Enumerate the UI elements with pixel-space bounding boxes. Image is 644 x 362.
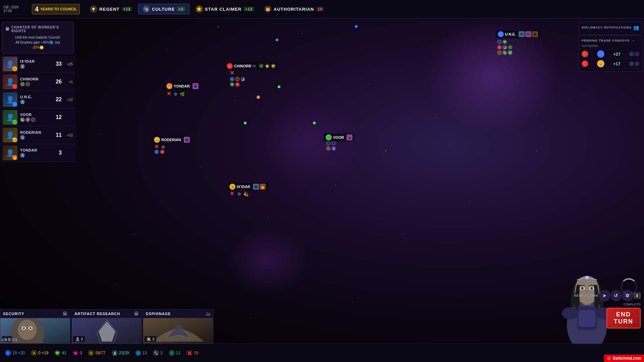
artifact-icon-small: 🔬 <box>75 337 80 341</box>
action-badge: 3 <box>634 293 641 299</box>
galaxy-background <box>0 0 644 362</box>
charter-title-text: CHARTER OF WORKER'S RIGHTS <box>11 25 70 33</box>
units-stat-icon: 🔧 <box>153 350 159 356</box>
espionage-badge: 🕵 3 <box>145 336 156 342</box>
star-blue-1[interactable] <box>276 39 278 41</box>
faction-icon-roderian: 🐱 <box>12 137 17 142</box>
units-stat-value: 2 <box>160 351 163 355</box>
star-claimer-icon: ⭐ <box>196 5 203 13</box>
star-green-1[interactable] <box>278 85 280 88</box>
svg-point-19 <box>30 327 32 329</box>
culture-label: CULTURE <box>152 7 175 12</box>
espionage-title: ESPIONAGE <box>146 312 206 316</box>
faction-icon-yondar: 🔥 <box>12 155 17 160</box>
stat-credits: 💲 11 <box>169 350 180 356</box>
trade-row-2[interactable]: 🔴 🐱 +17 · → <box>582 59 639 69</box>
stat-conflicts: ❌ 29 <box>186 350 198 356</box>
charter-body: Until the next Galactic Council: All Emp… <box>5 35 70 50</box>
trade-section: PENDING TRADE CONVOYS → OUTGOING: 🔴 🌐 +2… <box>579 36 642 72</box>
lb-delta-ixidar: +25 <box>63 62 73 66</box>
stat-culture: 🔵 15 +20 <box>5 350 25 356</box>
conflicts-stat-value: 29 <box>194 351 198 355</box>
industry-stat-icon: ☀ <box>31 350 37 356</box>
trade-row-1[interactable]: 🔴 🌐 +27 · · <box>582 49 639 59</box>
nav-culture[interactable]: 🎭 CULTURE +2 <box>138 4 190 14</box>
conflicts-stat-icon: ❌ <box>186 350 193 356</box>
star-orange-1[interactable] <box>257 96 260 99</box>
charter-icon: 🏛 <box>5 27 10 32</box>
avatar-une: 👤 🌐 <box>3 92 17 107</box>
credits-stat-value: 11 <box>176 351 180 355</box>
espionage-image: 🕵 3 <box>143 318 213 343</box>
influence-stat-icon: 💗 <box>72 350 78 356</box>
star-green-2[interactable] <box>244 122 247 124</box>
star-claimer-label: STAR CLAIMER <box>205 7 241 12</box>
nav-regent[interactable]: ⚜ REGENT +12 <box>86 4 136 14</box>
money-stat-icon: 💚 <box>54 350 60 356</box>
nav-star-claimer[interactable]: ⭐ STAR CLAIMER +12 <box>192 4 258 14</box>
lb-row-roderian[interactable]: 👤 🐱 RODERIAN 🔬 11 +12 <box>0 126 75 144</box>
bottom-bar: 🔵 15 +20 ☀ 0 +19 💚 41 💗 3 ⚙ 58/77 🔬 23/2… <box>0 344 644 362</box>
une-icon: 🌐 <box>498 31 504 37</box>
ixidar-cross: ✕ ⚙ 💫 <box>230 190 249 197</box>
stat-industry: ☀ 0 +19 <box>31 350 48 356</box>
espionage-card[interactable]: ESPIONAGE 🗂 🕵 3 <box>143 309 213 344</box>
manpower-stat-value: 58/77 <box>95 351 105 355</box>
lb-score-yondar: 3 <box>59 150 62 156</box>
lb-row-yondar[interactable]: 👤 🔥 YONDAR 🔬 3 <box>0 144 75 162</box>
edicts-label: EDICTS <box>2 338 18 342</box>
stat-money: 💚 41 <box>54 350 66 356</box>
svg-point-18 <box>23 327 25 329</box>
lb-score-ixidar: 33 <box>56 61 62 67</box>
conflicts-label: CONFLICTS <box>624 303 641 306</box>
stat-influence: 💗 3 <box>72 350 82 356</box>
une-label: 🌐 U.N.E. III IV 🏛 <box>496 30 540 38</box>
faction-icon-voor: 🌿 <box>12 120 17 124</box>
lb-row-une[interactable]: 👤 🌐 U.N.E. 🔬 22 +12 <box>0 91 75 109</box>
regent-icon: ⚜ <box>90 5 97 13</box>
trade-value-2: +17 <box>613 61 621 66</box>
une-status-icons: ⚙ 💚 🔴 🌙 🌿 ⚔ 💫 💚 <box>497 40 540 55</box>
regent-badge: +12 <box>122 7 132 11</box>
nav-authoritarian[interactable]: 👑 AUTHORITARIAN 10 <box>260 4 328 14</box>
avatar-voor: 👤 🌿 <box>3 110 17 125</box>
stat-science: 🔬 23/29 <box>112 350 129 356</box>
lb-name-chinorr: CHINORR <box>20 77 54 81</box>
nav-arrow-btn[interactable]: ➤ <box>599 290 610 301</box>
diplomacy-section: DIPLOMACY NOTIFICATIONS 👥 <box>579 22 642 35</box>
star-blue-2[interactable] <box>355 25 358 28</box>
lb-row-ixidar[interactable]: 👤 ⚔ IX'IDAR 🔬 33 +25 <box>0 55 75 73</box>
trade-value-1: +27 <box>613 52 621 57</box>
lb-delta-roderian: +12 <box>63 133 73 137</box>
security-title: SECURITY <box>3 312 63 316</box>
artifact-research-card[interactable]: ARTIFACT RESEARCH 🏛 🔬 3 <box>71 309 142 344</box>
culture-stat-value: 15 +20 <box>12 351 25 355</box>
lb-delta-chinorr: +1 <box>63 80 73 84</box>
lb-row-voor[interactable]: 👤 🌿 VOOR 💫 🔮 ⚙ 12 <box>0 109 75 126</box>
action-panel: NEXT ACTION ➤ ↺ ⚙ 3 CONFLICTS ENDTURN <box>574 290 641 328</box>
lb-row-chinorr[interactable]: 👤 🔴 CHINORR 🌿 ⚔ 26 +1 <box>0 73 75 91</box>
end-turn-button[interactable]: ENDTURN <box>606 308 641 328</box>
trade-empire-icon-1: 🔴 <box>582 51 588 57</box>
bottom-section: SECURITY 🏛 ⚔ <box>0 309 214 344</box>
refresh-btn[interactable]: ↺ <box>611 290 622 301</box>
security-card-header: SECURITY 🏛 <box>0 310 70 318</box>
leaderboard: 👤 ⚔ IX'IDAR 🔬 33 +25 👤 🔴 CHINORR 🌿 <box>0 55 75 162</box>
roderian-sub-icons: 🔵 🔴 <box>154 149 165 154</box>
svg-point-12 <box>585 276 589 279</box>
lb-score-chinorr: 26 <box>56 79 62 85</box>
star-green-3[interactable] <box>313 122 316 124</box>
roderian-cross: ✕ ⚙ <box>154 143 165 150</box>
svg-point-7 <box>590 287 593 290</box>
charter-card[interactable]: 🏛 CHARTER OF WORKER'S RIGHTS Until the n… <box>2 22 74 54</box>
culture-icon: 🎭 <box>143 5 150 13</box>
outgoing-label: OUTGOING: <box>582 44 639 48</box>
diplomacy-label: DIPLOMACY NOTIFICATIONS <box>582 26 632 29</box>
pending-trade-label: PENDING TRADE CONVOYS <box>582 39 630 42</box>
authoritarian-icon: 👑 <box>264 5 272 13</box>
population-stat-icon: 🌐 <box>135 350 141 356</box>
une-tier-icons: III IV 🏛 <box>519 31 538 37</box>
artifact-badge-value: 3 <box>81 337 83 341</box>
lb-delta-une: +12 <box>63 98 73 102</box>
yondar-cross: ✕ ⚙ 🌿 <box>167 90 185 97</box>
